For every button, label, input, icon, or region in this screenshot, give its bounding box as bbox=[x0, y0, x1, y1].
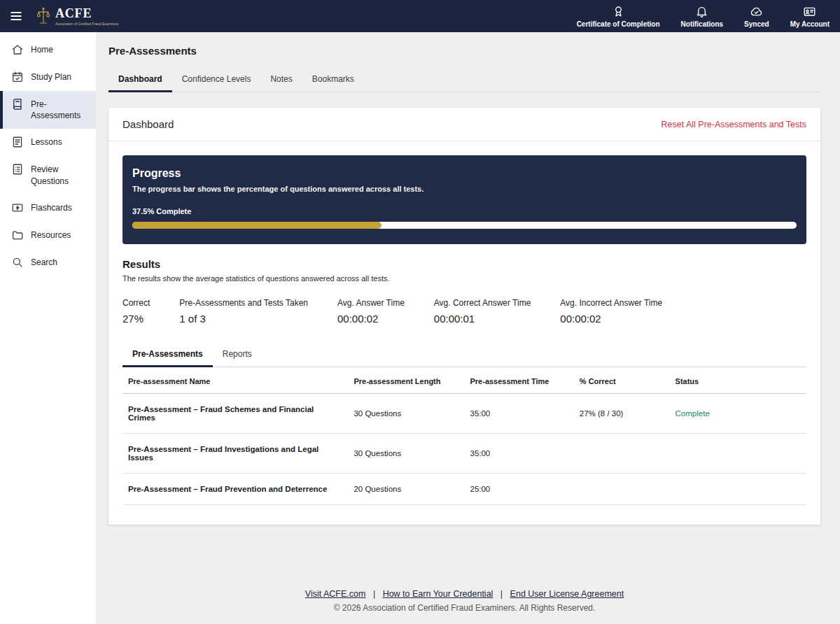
certificate-of-completion-button[interactable]: Certificate of Completion bbox=[566, 0, 671, 32]
page-tabs: Dashboard Confidence Levels Notes Bookma… bbox=[108, 68, 820, 92]
stat-avg-answer-time: Avg. Answer Time 00:00:02 bbox=[337, 298, 405, 325]
results-title: Results bbox=[122, 258, 806, 270]
stat-correct: Correct 27% bbox=[122, 298, 150, 325]
results-stats: Correct 27% Pre-Assessments and Tests Ta… bbox=[122, 298, 806, 325]
synced-button[interactable]: Synced bbox=[734, 0, 780, 32]
my-account-button[interactable]: My Account bbox=[780, 0, 840, 32]
assessment-time: 35:00 bbox=[464, 394, 573, 434]
col-name: Pre-assessment Name bbox=[122, 367, 348, 394]
sidebar-item-label: Lessons bbox=[31, 136, 62, 148]
synced-label: Synced bbox=[744, 20, 769, 28]
assessment-name[interactable]: Pre-Assessment – Fraud Schemes and Finan… bbox=[122, 394, 348, 434]
footer: Visit ACFE.com | How to Earn Your Creden… bbox=[108, 582, 820, 618]
main-content: Pre-Assessments Dashboard Confidence Lev… bbox=[96, 32, 840, 624]
folder-icon bbox=[11, 229, 24, 241]
logo-subtext: Association of Certified Fraud Examiners bbox=[55, 22, 119, 26]
sidebar-item-home[interactable]: Home bbox=[0, 36, 96, 64]
progress-percent-label: 37.5% Complete bbox=[132, 207, 797, 215]
sidebar-item-resources[interactable]: Resources bbox=[0, 222, 96, 249]
assessment-name[interactable]: Pre-Assessment – Fraud Investigations an… bbox=[122, 434, 348, 474]
assessment-length: 20 Questions bbox=[348, 474, 464, 505]
topbar-actions: Certificate of Completion Notifications … bbox=[566, 0, 840, 32]
pre-assessments-table: Pre-assessment Name Pre-assessment Lengt… bbox=[122, 367, 806, 505]
stat-avg-correct-answer-time: Avg. Correct Answer Time 00:00:01 bbox=[434, 298, 531, 325]
sidebar-item-study-plan[interactable]: Study Plan bbox=[0, 64, 96, 91]
reset-all-link[interactable]: Reset All Pre-Assessments and Tests bbox=[662, 120, 807, 129]
sidebar-item-review-questions[interactable]: Review Questions bbox=[0, 156, 96, 194]
table-header-row: Pre-assessment Name Pre-assessment Lengt… bbox=[122, 367, 806, 394]
sidebar-item-label: Study Plan bbox=[31, 71, 71, 83]
topbar: ACFE Association of Certified Fraud Exam… bbox=[0, 0, 840, 32]
certificate-label: Certificate of Completion bbox=[577, 20, 660, 28]
tab-reports[interactable]: Reports bbox=[213, 343, 262, 367]
sidebar-item-pre-assessments[interactable]: Pre-Assessments bbox=[0, 91, 96, 129]
stat-avg-incorrect-answer-time: Avg. Incorrect Answer Time 00:00:02 bbox=[560, 298, 662, 325]
assessment-status: Complete bbox=[670, 394, 806, 434]
footer-separator: | bbox=[500, 589, 503, 599]
col-length: Pre-assessment Length bbox=[348, 367, 464, 394]
assessment-time: 35:00 bbox=[464, 434, 573, 474]
assessment-correct: 27% (8 / 30) bbox=[574, 394, 670, 434]
assessment-correct bbox=[574, 474, 670, 505]
calendar-check-icon bbox=[11, 71, 24, 83]
footer-link-visit-acfe[interactable]: Visit ACFE.com bbox=[305, 589, 366, 599]
sidebar-item-label: Home bbox=[31, 44, 53, 55]
sidebar-item-label: Pre-Assessments bbox=[31, 99, 92, 121]
page-title: Pre-Assessments bbox=[108, 45, 820, 57]
logo-text: ACFE bbox=[55, 6, 119, 21]
dashboard-card: Dashboard Reset All Pre-Assessments and … bbox=[108, 108, 820, 525]
notifications-button[interactable]: Notifications bbox=[671, 0, 734, 32]
assessment-status bbox=[670, 474, 806, 505]
assessment-status bbox=[670, 434, 806, 474]
footer-separator: | bbox=[373, 589, 375, 599]
tab-dashboard[interactable]: Dashboard bbox=[108, 68, 172, 92]
notifications-label: Notifications bbox=[681, 20, 724, 28]
sidebar-item-label: Resources bbox=[31, 229, 71, 241]
certificate-icon bbox=[612, 5, 625, 18]
tab-bookmarks[interactable]: Bookmarks bbox=[302, 68, 364, 92]
sidebar-item-label: Search bbox=[31, 257, 57, 268]
tab-pre-assessments[interactable]: Pre-Assessments bbox=[122, 343, 213, 367]
table-row[interactable]: Pre-Assessment – Fraud Schemes and Finan… bbox=[122, 394, 806, 434]
results-description: The results show the average statistics … bbox=[122, 274, 806, 283]
sidebar: Home Study Plan Pre-Assessments Lessons … bbox=[0, 32, 96, 624]
assessment-correct bbox=[574, 434, 670, 474]
checklist-icon bbox=[11, 163, 24, 176]
table-row[interactable]: Pre-Assessment – Fraud Prevention and De… bbox=[122, 474, 806, 505]
assessment-time: 25:00 bbox=[464, 474, 573, 505]
acfe-logo[interactable]: ACFE Association of Certified Fraud Exam… bbox=[32, 6, 126, 27]
tab-confidence-levels[interactable]: Confidence Levels bbox=[172, 68, 261, 92]
footer-links: Visit ACFE.com | How to Earn Your Creden… bbox=[108, 589, 820, 599]
copyright-text: © 2026 Association of Certified Fraud Ex… bbox=[108, 603, 820, 613]
cloud-check-icon bbox=[750, 5, 763, 18]
col-time: Pre-assessment Time bbox=[464, 367, 573, 394]
footer-link-eula[interactable]: End User License Agreement bbox=[510, 589, 624, 599]
table-row[interactable]: Pre-Assessment – Fraud Investigations an… bbox=[122, 434, 806, 474]
hamburger-menu-button[interactable] bbox=[0, 0, 32, 32]
stat-tests-taken: Pre-Assessments and Tests Taken 1 of 3 bbox=[179, 298, 308, 325]
sidebar-item-lessons[interactable]: Lessons bbox=[0, 129, 96, 156]
progress-bar bbox=[132, 222, 797, 229]
hamburger-icon bbox=[9, 9, 23, 23]
id-card-icon bbox=[803, 5, 816, 18]
acfe-emblem-icon bbox=[36, 6, 50, 27]
book-icon bbox=[11, 98, 24, 111]
footer-link-earn-credential[interactable]: How to Earn Your Credential bbox=[383, 589, 493, 599]
sidebar-item-label: Review Questions bbox=[31, 164, 92, 186]
search-icon bbox=[11, 256, 24, 269]
sidebar-item-flashcards[interactable]: Flashcards bbox=[0, 194, 96, 222]
results-section: Results The results show the average sta… bbox=[108, 258, 820, 325]
my-account-label: My Account bbox=[790, 20, 830, 28]
tab-notes[interactable]: Notes bbox=[260, 68, 302, 92]
progress-title: Progress bbox=[132, 167, 797, 180]
sidebar-item-search[interactable]: Search bbox=[0, 249, 96, 276]
progress-panel: Progress The progress bar shows the perc… bbox=[122, 155, 806, 244]
dashboard-card-title: Dashboard bbox=[122, 118, 174, 130]
results-tabs: Pre-Assessments Reports bbox=[122, 343, 806, 367]
assessment-name[interactable]: Pre-Assessment – Fraud Prevention and De… bbox=[122, 474, 348, 505]
col-status: Status bbox=[670, 367, 806, 394]
assessment-length: 30 Questions bbox=[348, 394, 464, 434]
bell-icon bbox=[695, 5, 708, 18]
flashcard-icon bbox=[11, 201, 24, 214]
sidebar-item-label: Flashcards bbox=[31, 202, 72, 213]
